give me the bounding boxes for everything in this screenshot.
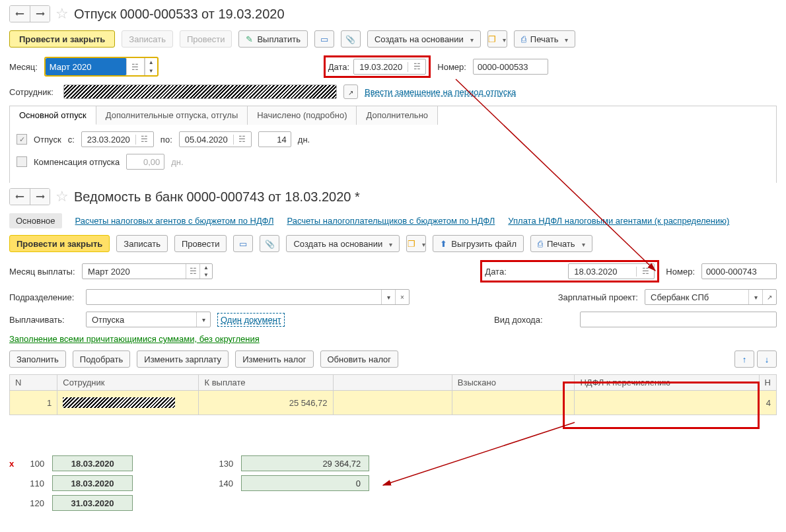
clip-icon [265,239,275,249]
calendar-icon[interactable] [234,135,251,144]
move-down-button[interactable] [757,350,777,368]
salary-project-label: Зарплатный проект: [558,292,638,302]
month-value[interactable]: Март 2020 [46,58,127,75]
col-employee: Сотрудник [57,375,199,391]
vacation-checkbox[interactable] [17,134,27,145]
col-n: N [10,375,57,391]
run-and-close-button-2[interactable]: Провести и закрыть [9,235,110,252]
nav-forward-button[interactable]: 🠖 [30,189,50,205]
bank-statement-form: 🠔 🠖 ☆ Ведомость в банк 0000-000743 от 18… [0,188,786,420]
employee-label: Сотрудник: [9,87,57,97]
attach-button-2[interactable] [260,235,279,252]
income-type-field[interactable] [580,312,777,327]
month-stepper[interactable]: ▲▼ [199,264,212,279]
one-document-link[interactable]: Один документ [217,313,285,327]
nav-link-taxpayers[interactable]: Расчеты налогоплательщиков с бюджетом по… [287,216,495,226]
attach-button[interactable] [341,30,361,48]
tab-additional-vacations[interactable]: Дополнительные отпуска, отгулы [96,106,248,125]
open-icon [348,87,353,97]
arrow-up-icon [742,354,747,364]
fill-all-amounts-link[interactable]: Заполнение всеми причитающимися суммами,… [9,334,260,344]
copy-button[interactable] [487,30,507,48]
favorite-star-icon[interactable]: ☆ [55,5,69,22]
date-from-field[interactable]: 23.03.2020 [81,131,154,147]
update-tax-button[interactable]: Обновить налог [320,350,399,368]
nav-back-button[interactable]: 🠔 [10,189,30,205]
tax-row-100: x 100 18.03.2020 130 29 364,72 [0,455,396,471]
create-on-basis-button-2[interactable]: Создать на основании [286,235,400,252]
from-label: с: [68,135,75,145]
nav-forward-button[interactable]: 🠖 [30,6,50,22]
paymonth-field[interactable]: Март 2020 ▲▼ [82,263,213,279]
create-on-basis-button[interactable]: Создать на основании [367,30,481,48]
table-row[interactable]: 1 25 546,72 4 [10,391,777,415]
tax-val-130: 29 364,72 [241,455,369,471]
substitution-link[interactable]: Ввести замещение на период отпуска [365,87,516,97]
col-extra: Н [759,375,776,391]
compensation-label: Компенсация отпуска [34,157,120,167]
print-button-2[interactable]: Печать [530,235,592,252]
calendar-icon[interactable] [136,135,153,144]
number-field-2[interactable]: 0000-000743 [701,263,777,279]
document-icon [239,239,247,249]
fill-button[interactable]: Заполнить [9,350,66,368]
open-icon[interactable] [762,290,776,304]
doc-button[interactable] [314,30,334,48]
pay-type-field[interactable]: Отпуска▾ [86,312,211,327]
favorite-star-icon[interactable]: ☆ [55,188,69,205]
upload-file-button[interactable]: Выгрузить файл [433,235,524,252]
save-button: Записать [122,30,173,48]
calendar-icon[interactable] [186,264,199,279]
change-salary-button[interactable]: Изменить зарплату [137,350,229,368]
employee-field[interactable] [63,84,337,99]
run-and-close-button[interactable]: Провести и закрыть [9,30,115,48]
pick-button[interactable]: Подобрать [73,350,130,368]
department-field[interactable]: ▾× [86,289,410,305]
compensation-unit: дн. [171,157,183,167]
number-label-2: Номер: [666,267,695,277]
vacation-tabs: Основной отпуск Дополнительные отпуска, … [9,106,777,125]
copy-button-2[interactable] [406,235,426,252]
change-tax-button[interactable]: Изменить налог [235,350,313,368]
nav-link-agents[interactable]: Расчеты налоговых агентов с бюджетом по … [75,216,274,226]
payments-table[interactable]: N Сотрудник К выплате Взыскано НДФЛ к пе… [9,374,777,415]
days-unit: дн. [298,135,310,145]
nav-back-button[interactable]: 🠔 [10,6,30,22]
salary-project-field[interactable]: Сбербанк СПб▾ [645,289,777,305]
pay-button[interactable]: Выплатить [238,30,308,48]
col-to-pay: К выплате [199,375,333,391]
number-field[interactable]: 0000-000533 [473,59,548,75]
copy-icon [488,34,496,44]
form-title-2: Ведомость в банк 0000-000743 от 18.03.20… [74,189,360,205]
calendar-icon[interactable] [637,267,654,276]
month-field[interactable]: Март 2020 ▲▼ [44,57,159,77]
nav-link-ndfl-payment[interactable]: Уплата НДФЛ налоговыми агентами (к распр… [508,216,729,226]
cell-n: 1 [10,391,57,415]
calendar-icon[interactable] [131,62,139,72]
cell-ndfl [575,391,759,415]
nav-main[interactable]: Основное [9,213,62,228]
doc-button-2[interactable] [233,235,253,252]
run-button: Провести [180,30,232,48]
save-button-2[interactable]: Записать [116,235,168,252]
tab-additional[interactable]: Дополнительно [357,106,438,125]
days-field[interactable]: 14 [258,131,291,147]
run-button-2[interactable]: Провести [174,235,227,252]
tax-val-140: 0 [241,475,369,491]
date-field-2[interactable]: 18.03.2020 [568,263,655,279]
tab-main-vacation[interactable]: Основной отпуск [10,106,96,125]
pay-label: Выплачивать: [9,315,79,325]
open-employee-button[interactable] [343,84,358,99]
move-up-button[interactable] [734,350,754,368]
tab-accrued-details[interactable]: Начислено (подробно) [248,106,357,125]
nav-history: 🠔 🠖 [9,5,50,22]
print-icon [521,34,526,44]
nav-history-2: 🠔 🠖 [9,188,50,205]
compensation-checkbox[interactable] [17,156,27,167]
date-field[interactable]: 19.03.2020 [353,59,426,75]
calendar-icon[interactable] [408,62,425,71]
month-stepper[interactable]: ▲▼ [145,58,157,75]
date-to-field[interactable]: 05.04.2020 [179,131,252,147]
arrow-down-icon [765,354,769,364]
print-button[interactable]: Печать [514,30,576,48]
